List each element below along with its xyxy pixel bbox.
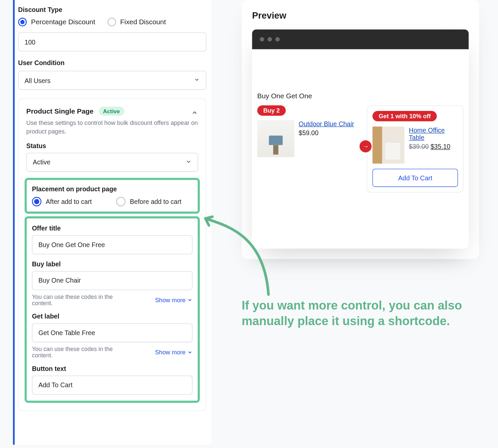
offer-title-value: Buy One Get One Free [39,241,105,248]
buy-label-value: Buy One Chair [39,277,81,284]
collapse-toggle[interactable] [191,109,198,118]
offer-title-label: Offer title [32,224,193,231]
radio-fixed-discount[interactable]: Fixed Discount [107,18,166,26]
button-text-input[interactable]: Add To Cart [32,375,193,394]
radio-icon [32,197,42,206]
placement-before-label: Before add to cart [130,197,181,206]
show-more-text: Show more [155,349,186,356]
get-product-card: → Get 1 with 10% off Home Office Table $… [367,105,464,193]
get-label-input[interactable]: Get One Table Free [32,323,193,342]
radio-icon [107,18,116,26]
product-image-chair [257,120,294,157]
status-value: Active [33,158,50,166]
chevron-down-icon [186,158,192,166]
status-select[interactable]: Active [26,153,198,172]
buy-product-price: $59.00 [299,129,354,136]
browser-mock: Buy One Get One Buy 2 Outdoor Blue Chair… [252,29,469,248]
buy-product-link[interactable]: Outdoor Blue Chair [299,120,354,127]
get-label-helper: You can use these codes in the content. [32,346,118,359]
card-title: Product Single Page [26,107,93,115]
show-more-buy[interactable]: Show more [155,297,193,304]
buy-label-input[interactable]: Buy One Chair [32,271,193,290]
settings-panel: Discount Type Percentage Discount Fixed … [13,0,211,445]
placement-label: Placement on product page [32,185,193,192]
chevron-down-icon [194,77,200,84]
get-label-label: Get label [32,313,193,320]
show-more-text: Show more [155,297,186,304]
show-more-get[interactable]: Show more [155,349,193,356]
annotation-text: If you want more control, you can also m… [242,298,466,329]
card-description: Use these settings to control how bulk d… [26,118,198,136]
browser-titlebar [252,29,469,49]
radio-fixed-label: Fixed Discount [120,18,166,26]
add-to-cart-button[interactable]: Add To Cart [373,169,458,187]
product-image-table [373,127,404,164]
get-label-value: Get One Table Free [39,329,95,336]
active-badge: Active [99,107,124,116]
placement-after-label: After add to cart [46,197,92,206]
preview-offer-heading: Buy One Get One [257,92,463,100]
radio-percentage-label: Percentage Discount [31,18,95,26]
radio-percentage-discount[interactable]: Percentage Discount [18,18,95,26]
buy-label-helper: You can use these codes in the content. [32,293,118,306]
user-condition-select[interactable]: All Users [18,71,207,90]
offer-title-input[interactable]: Buy One Get One Free [32,235,193,254]
buy-badge: Buy 2 [257,105,286,116]
radio-icon [116,197,126,206]
discount-value-input[interactable]: 100 [18,33,207,51]
button-text-label: Button text [32,365,193,372]
preview-title: Preview [252,10,469,21]
get-product-link[interactable]: Home Office Table [409,127,458,141]
preview-panel: Preview Buy One Get One Buy 2 [242,0,479,259]
chevron-down-icon [187,349,193,355]
arrow-right-icon: → [360,140,372,152]
chevron-down-icon [187,297,193,303]
user-condition-label: User Condition [18,59,207,66]
window-dot-icon [275,37,280,42]
placement-section: Placement on product page After add to c… [25,178,200,214]
get-price-new: $35.10 [431,143,451,150]
get-badge: Get 1 with 10% off [373,111,437,121]
window-dot-icon [260,37,264,42]
button-text-value: Add To Cart [39,381,73,389]
product-single-page-card: Product Single Page Active Use these set… [18,98,207,411]
window-dot-icon [268,37,272,42]
status-label: Status [26,142,198,149]
radio-placement-after[interactable]: After add to cart [32,197,108,206]
discount-value-text: 100 [25,38,36,45]
offer-fields-section: Offer title Buy One Get One Free Buy lab… [25,216,200,403]
buy-label-label: Buy label [32,260,193,267]
radio-icon [18,18,27,26]
user-condition-value: All Users [25,77,50,84]
get-price-old: $39.00 [409,143,429,150]
discount-type-label: Discount Type [18,6,207,13]
radio-placement-before[interactable]: Before add to cart [116,197,193,206]
